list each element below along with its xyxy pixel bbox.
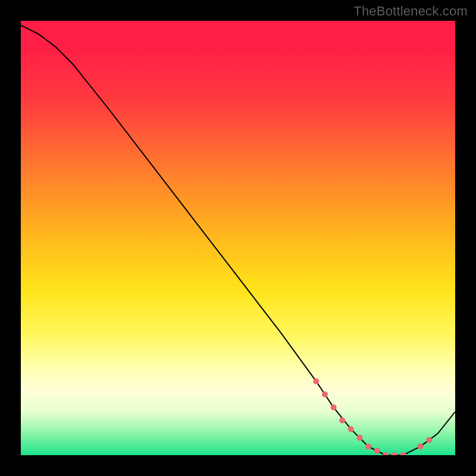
marker-dot (418, 443, 424, 449)
marker-dot (383, 452, 389, 455)
marker-dot (374, 448, 380, 454)
marker-dot (392, 452, 397, 455)
marker-group (313, 378, 432, 455)
curve-svg (21, 21, 455, 455)
marker-dot (313, 378, 319, 384)
marker-dot (339, 418, 345, 424)
marker-dot (322, 392, 328, 397)
marker-dot (400, 452, 406, 455)
marker-dot (356, 435, 362, 441)
marker-dot (331, 405, 337, 411)
plot-area (21, 21, 455, 455)
bottleneck-curve (21, 25, 455, 455)
marker-dot (426, 437, 432, 443)
marker-dot (348, 426, 354, 432)
watermark-text: TheBottleneck.com (353, 4, 468, 19)
marker-dot (365, 443, 371, 449)
